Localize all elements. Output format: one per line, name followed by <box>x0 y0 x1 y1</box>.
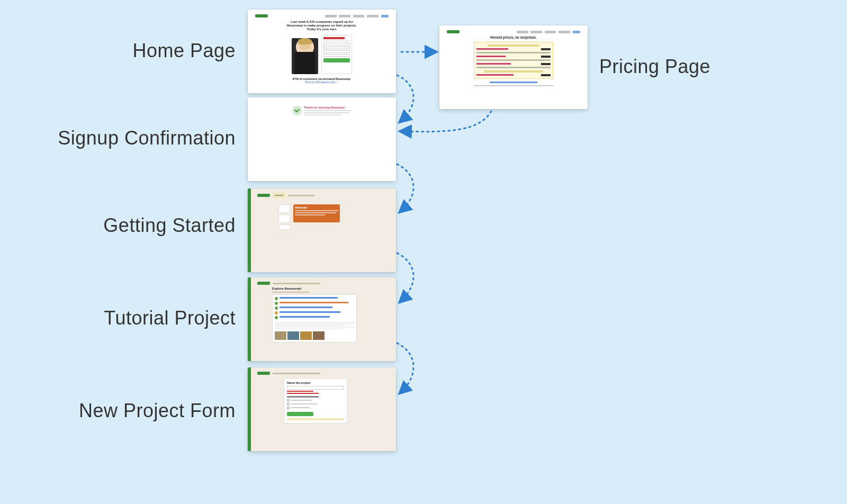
arrow-signup-to-getting-started <box>397 164 413 211</box>
arrow-tutorial-to-newproject <box>397 343 413 392</box>
arrows-layer <box>0 0 847 504</box>
pricing-table <box>474 42 553 79</box>
pricing-footer-link <box>490 82 537 83</box>
thumb-getting-started: Welcome! <box>248 188 396 272</box>
headline-line-1: Last week 6,410 companies signed up for <box>291 20 353 23</box>
label-getting-started: Getting Started <box>103 214 236 237</box>
nav-links <box>325 15 389 17</box>
label-home: Home Page <box>132 40 236 62</box>
label-new-project: New Project Form <box>79 400 236 422</box>
subheading: 97% of customers recommend Basecamp. <box>293 77 351 81</box>
thumb-home: Last week 6,410 companies signed up for … <box>248 10 396 93</box>
form-title: Name the project <box>287 381 344 385</box>
thumb-pricing: Honest prices, no surprises. <box>439 25 588 109</box>
arrow-pricing-to-signup <box>402 111 491 132</box>
arrow-home-to-signup <box>397 75 413 121</box>
label-tutorial: Tutorial Project <box>104 307 236 329</box>
logo-icon <box>255 14 268 17</box>
headline: Last week 6,410 companies signed up for … <box>277 20 367 32</box>
person-illustration <box>292 38 318 74</box>
welcome-title: Welcome! <box>295 206 338 209</box>
arrow-gs-to-tutorial <box>397 253 413 301</box>
label-signup: Signup Confirmation <box>58 127 236 149</box>
form-card: Name the project <box>284 378 347 424</box>
headline-line-3: Today it's your turn. <box>307 28 337 31</box>
thanks-text: Thanks for choosing Basecamp! <box>304 106 346 109</box>
tutorial-title: Explore Basecamp! <box>272 287 357 291</box>
label-pricing: Pricing Page <box>599 56 710 78</box>
tab-projects <box>273 193 285 198</box>
mini-navbar <box>252 14 392 18</box>
check-circle-icon <box>292 106 302 115</box>
welcome-callout: Welcome! <box>293 204 340 222</box>
thumb-tutorial: Explore Basecamp! <box>248 277 396 361</box>
thumb-new-project: Name the project <box>248 367 396 451</box>
reasons-link: Find out 100 reasons why → <box>305 80 339 84</box>
thumb-signup: Thanks for choosing Basecamp! <box>248 97 396 181</box>
signup-form-card <box>321 35 352 74</box>
pricing-title: Honest prices, no surprises. <box>490 35 536 40</box>
headline-line-2: Basecamp to make progress on their proje… <box>287 24 357 27</box>
flow-diagram: Home Page Pricing Page Signup Confirmati… <box>0 0 847 504</box>
